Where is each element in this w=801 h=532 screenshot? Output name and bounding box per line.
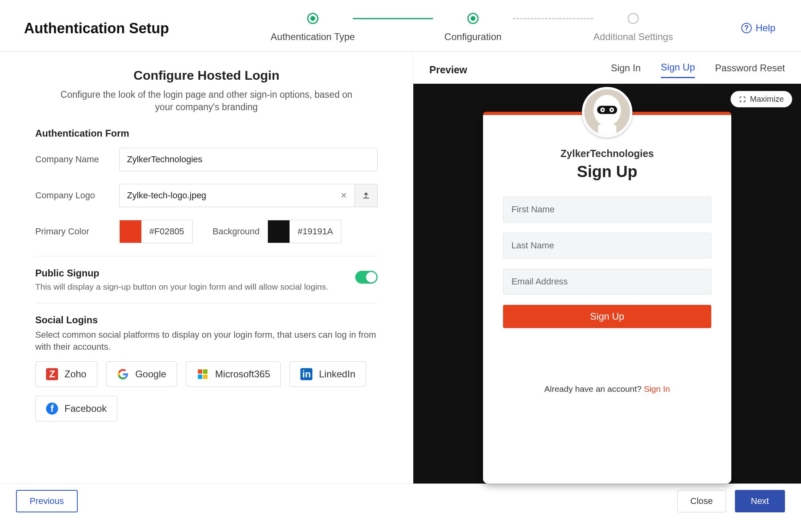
preview-last-name-input[interactable]: Last Name bbox=[503, 233, 711, 258]
social-logins-desc: Select common social platforms to displa… bbox=[35, 329, 378, 353]
config-pane: Configure Hosted Login Configure the loo… bbox=[0, 52, 413, 484]
step-circle-open-icon bbox=[628, 13, 639, 24]
preview-signin-link[interactable]: Sign In bbox=[644, 384, 670, 393]
svg-rect-3 bbox=[203, 375, 207, 379]
preview-heading: Preview bbox=[429, 64, 467, 76]
maximize-button[interactable]: Maximize bbox=[731, 91, 792, 107]
robot-avatar-icon bbox=[584, 89, 630, 135]
upload-icon bbox=[362, 191, 370, 200]
clear-logo-icon[interactable]: ✕ bbox=[340, 191, 347, 200]
primary-color-swatch bbox=[120, 220, 141, 243]
facebook-icon: f bbox=[46, 403, 58, 415]
preview-tab-pwreset[interactable]: Password Reset bbox=[715, 62, 785, 78]
step-connector-dashed bbox=[513, 18, 593, 19]
primary-color-label: Primary Color bbox=[35, 226, 119, 237]
divider bbox=[35, 256, 378, 256]
divider bbox=[35, 303, 378, 303]
svg-rect-0 bbox=[198, 370, 202, 374]
background-color-label: Background bbox=[213, 226, 260, 237]
page-title: Authentication Setup bbox=[24, 20, 169, 37]
public-signup-toggle[interactable] bbox=[355, 271, 378, 284]
maximize-icon bbox=[739, 96, 746, 103]
social-ms365-button[interactable]: Microsoft365 bbox=[186, 361, 281, 387]
social-google-button[interactable]: Google bbox=[106, 361, 177, 387]
next-button[interactable]: Next bbox=[735, 490, 785, 512]
primary-color-picker[interactable]: #F02805 bbox=[119, 220, 193, 243]
step-circle-icon bbox=[307, 13, 318, 24]
svg-rect-1 bbox=[203, 370, 207, 374]
social-zoho-button[interactable]: Z Zoho bbox=[35, 361, 97, 387]
svg-rect-6 bbox=[597, 106, 617, 114]
auth-form-heading: Authentication Form bbox=[35, 128, 378, 139]
svg-rect-2 bbox=[198, 375, 202, 379]
preview-card-heading: Sign Up bbox=[503, 163, 711, 181]
preview-already-text: Already have an account? Sign In bbox=[503, 384, 711, 394]
preview-company-name: ZylkerTechnologies bbox=[503, 148, 711, 159]
social-logins-heading: Social Logins bbox=[35, 314, 378, 326]
avatar bbox=[582, 87, 632, 137]
preview-canvas: Maximize ZylkerTechnologies Sign Up bbox=[413, 84, 801, 484]
preview-first-name-input[interactable]: First Name bbox=[503, 197, 711, 222]
step-additional-settings[interactable]: Additional Settings bbox=[593, 13, 673, 42]
svg-point-9 bbox=[602, 109, 604, 111]
section-title: Configure Hosted Login bbox=[35, 68, 378, 83]
microsoft-icon bbox=[197, 368, 209, 380]
social-facebook-button[interactable]: f Facebook bbox=[35, 396, 117, 421]
linkedin-icon: in bbox=[300, 368, 312, 380]
preview-tab-signup[interactable]: Sign Up bbox=[661, 62, 695, 78]
step-configuration[interactable]: Configuration bbox=[433, 13, 513, 42]
help-link[interactable]: ? Help bbox=[741, 22, 775, 34]
preview-card: ZylkerTechnologies Sign Up First Name La… bbox=[483, 112, 731, 484]
company-name-label: Company Name bbox=[35, 154, 119, 165]
section-subtitle: Configure the look of the login page and… bbox=[54, 89, 359, 113]
company-logo-label: Company Logo bbox=[35, 190, 119, 201]
preview-pane: Preview Sign In Sign Up Password Reset M… bbox=[413, 52, 801, 484]
upload-logo-button[interactable] bbox=[354, 184, 378, 207]
preview-tab-signin[interactable]: Sign In bbox=[611, 62, 641, 78]
public-signup-heading: Public Signup bbox=[35, 268, 328, 279]
footer: Previous Close Next bbox=[0, 484, 801, 518]
close-button[interactable]: Close bbox=[677, 490, 726, 512]
previous-button[interactable]: Previous bbox=[16, 490, 78, 512]
preview-email-input[interactable]: Email Address bbox=[503, 269, 711, 294]
stepper: Authentication Type Configuration Additi… bbox=[169, 13, 777, 42]
step-connector bbox=[353, 18, 433, 19]
step-auth-type[interactable]: Authentication Type bbox=[273, 13, 353, 42]
step-circle-icon bbox=[467, 13, 479, 24]
background-color-swatch bbox=[268, 220, 290, 243]
preview-signup-button[interactable]: Sign Up bbox=[503, 305, 711, 328]
help-icon: ? bbox=[741, 23, 752, 33]
background-color-picker[interactable]: #19191A bbox=[268, 220, 341, 243]
svg-point-10 bbox=[611, 109, 613, 111]
social-linkedin-button[interactable]: in LinkedIn bbox=[290, 361, 366, 387]
google-icon bbox=[117, 368, 129, 380]
company-logo-input[interactable]: Zylke-tech-logo.jpeg ✕ bbox=[119, 184, 354, 207]
public-signup-desc: This will display a sign-up button on yo… bbox=[35, 282, 328, 292]
zoho-icon: Z bbox=[46, 368, 58, 380]
company-name-input[interactable] bbox=[119, 148, 378, 171]
